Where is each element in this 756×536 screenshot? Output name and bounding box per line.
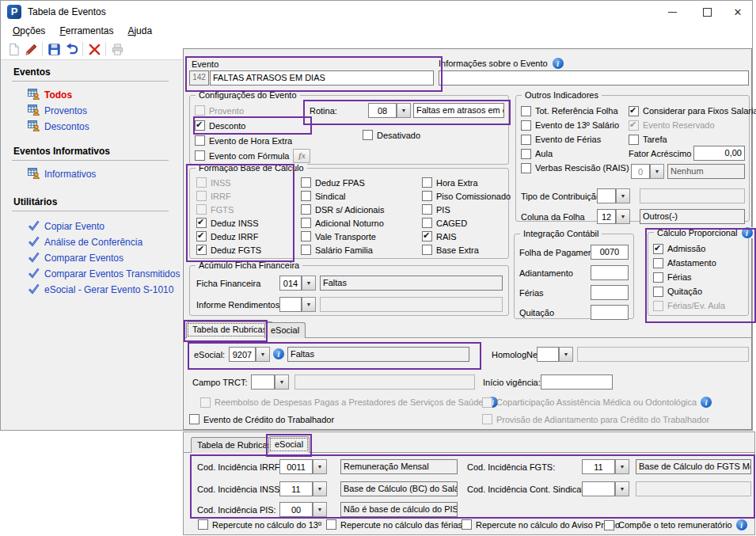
sidebar-item-comparar-eventos[interactable]: Comparar Eventos [28, 250, 180, 266]
checkbox-repercute-aviso-previo[interactable]: Repercute no cálculo do Aviso Prévio [462, 519, 620, 530]
checkbox-evento-13-salario[interactable]: Evento de 13º Salário [521, 118, 629, 132]
ficha-financeira-combo[interactable]: 014 [279, 276, 316, 291]
new-document-icon[interactable] [5, 41, 22, 57]
chevron-down-icon[interactable] [615, 459, 629, 474]
checkbox-repercute-calculo-ferias[interactable]: Repercute no cálculo das férias [326, 519, 462, 530]
folha-pagamento-field[interactable]: 0070 [591, 245, 629, 260]
tipo-contribuicao-combo[interactable] [597, 188, 630, 203]
rotina-combo-value[interactable]: 08 [368, 103, 397, 118]
minimize-button[interactable] [656, 1, 688, 23]
sidebar-item-proventos[interactable]: Proventos [28, 103, 89, 119]
chevron-down-icon[interactable] [313, 502, 327, 517]
checkbox-deduz-fgts[interactable]: Deduz FGTS [196, 243, 261, 257]
checkbox-salario-familia[interactable]: Salário Familia [301, 243, 384, 257]
checkbox-sindical[interactable]: Sindical [301, 189, 384, 203]
checkbox-adicional-noturno[interactable]: Adicional Noturno [301, 216, 384, 230]
cod-incidencia-pis-combo[interactable]: 00 [279, 502, 327, 517]
checkbox-deduz-inss[interactable]: Deduz INSS [196, 216, 261, 230]
sidebar-item-todos[interactable]: Todos [28, 87, 89, 103]
chevron-down-icon[interactable] [302, 276, 316, 291]
tab-tabela-de-rubricas-2[interactable]: Tabela de Rubricas [191, 437, 278, 453]
campo-trct-combo[interactable] [251, 374, 289, 390]
checkbox-evento-credito-trabalhador[interactable]: Evento de Crédito do Trabalhador [189, 414, 334, 424]
cod-incidencia-irrf-combo[interactable]: 0011 [279, 459, 327, 474]
inicio-vigencia-field[interactable] [541, 374, 613, 390]
campo-trct-value[interactable] [251, 374, 275, 390]
sidebar-item-esocial-gerar-evento-s-1010[interactable]: eSocial - Gerar Evento S-1010 [28, 282, 180, 298]
chevron-down-icon[interactable] [616, 209, 630, 224]
evento-name-field[interactable]: FALTAS ATRASOS EM DIAS [210, 70, 434, 86]
chevron-down-icon[interactable] [313, 459, 327, 474]
checkbox-dsr-adicionais[interactable]: DSR s/ Adicionais [301, 203, 384, 216]
chevron-down-icon[interactable] [313, 481, 327, 496]
esocial-rubrica-combo[interactable]: 9207 [229, 347, 270, 362]
checkbox-caged[interactable]: CAGED [422, 216, 511, 230]
cod-incidencia-fgts-combo[interactable]: 11 [582, 459, 629, 474]
coluna-folha-combo[interactable]: 12 [597, 209, 630, 224]
menu-opcoes[interactable]: Opções [6, 23, 52, 39]
checkbox-deduz-fpas[interactable]: Deduz FPAS [301, 176, 384, 189]
checkbox-considerar-fixos-salariais[interactable]: Considerar para Fixos Salariais [629, 104, 756, 118]
checkbox-deduz-irrf[interactable]: Deduz IRRF [196, 230, 261, 243]
quitacao-field[interactable] [591, 305, 629, 320]
tab-tabela-de-rubricas[interactable]: Tabela de Rubricas [186, 321, 273, 338]
save-icon[interactable] [45, 41, 63, 57]
info-icon[interactable]: i [701, 397, 712, 408]
menu-ferramentas[interactable]: Ferramentas [52, 23, 120, 39]
informe-rendimentos-combo[interactable] [279, 297, 316, 312]
ferias-field[interactable] [591, 285, 629, 300]
info-icon[interactable]: i [273, 348, 284, 359]
checkbox-ferias-proporcional[interactable]: Férias [653, 270, 725, 284]
checkbox-pis[interactable]: PIS [422, 203, 511, 216]
cod-incidencia-pis-value[interactable]: 00 [279, 502, 313, 517]
delete-icon[interactable] [85, 41, 103, 57]
chevron-down-icon[interactable] [615, 481, 629, 496]
checkbox-admissao[interactable]: Admissão [653, 241, 725, 256]
checkbox-repercute-calculo-13[interactable]: Repercute no cálculo do 13º [198, 519, 321, 530]
checkbox-evento-com-formula[interactable]: Evento com Fórmulafx [195, 148, 310, 163]
checkbox-quitacao-proporcional[interactable]: Quitação [653, 284, 725, 298]
maximize-button[interactable] [691, 1, 723, 23]
cod-incidencia-irrf-value[interactable]: 0011 [279, 459, 313, 474]
info-icon[interactable]: i [736, 519, 747, 530]
chevron-down-icon[interactable] [275, 374, 289, 390]
checkbox-afastamento[interactable]: Afastamento [653, 256, 725, 270]
checkbox-evento-hora-extra[interactable]: Evento de Hora Extra [195, 133, 310, 148]
coluna-folha-value[interactable]: 12 [597, 209, 616, 224]
chevron-down-icon[interactable] [559, 347, 573, 362]
adiantamento-field[interactable] [591, 265, 629, 280]
checkbox-hora-extra[interactable]: Hora Extra [422, 176, 511, 189]
undo-icon[interactable] [63, 41, 80, 57]
homolognet-value[interactable] [537, 347, 559, 362]
checkbox-rais[interactable]: RAIS [422, 230, 511, 243]
cod-incidencia-fgts-value[interactable]: 11 [582, 459, 615, 474]
sidebar-item-comparar-eventos-transmitidos[interactable]: Comparar Eventos Transmitidos [28, 266, 180, 282]
menu-ajuda[interactable]: Ajuda [120, 23, 159, 39]
fator-acrescimo-field[interactable]: 0,00 [693, 146, 745, 161]
checkbox-tot-referencia-folha[interactable]: Tot. Referência Folha [521, 104, 629, 118]
checkbox-compoe-teto-remuneratorio[interactable]: Compõe o teto remuneratórioi [604, 519, 747, 530]
homolognet-combo[interactable] [537, 347, 573, 362]
formula-editor-button[interactable]: fx [293, 149, 310, 163]
tipo-contribuicao-value[interactable] [597, 188, 616, 203]
tab-esocial[interactable]: eSocial [264, 322, 306, 338]
sidebar-item-copiar-evento[interactable]: Copiar Evento [28, 219, 180, 234]
checkbox-verbas-rescisao-rais[interactable]: Verbas Rescisão (RAIS) [521, 161, 629, 175]
close-button[interactable]: ✕ [723, 1, 753, 23]
info-evento-input[interactable] [439, 70, 749, 86]
cod-incidencia-inss-value[interactable]: 11 [279, 481, 313, 496]
tab-esocial-2[interactable]: eSocial [268, 436, 310, 453]
chevron-down-icon[interactable] [397, 103, 411, 118]
info-icon[interactable]: i [742, 227, 753, 238]
informe-rendimentos-value[interactable] [279, 297, 302, 312]
checkbox-piso-comissionado[interactable]: Piso Comissionado [422, 189, 511, 203]
cod-incidencia-inss-combo[interactable]: 11 [279, 481, 327, 496]
edit-pencil-icon[interactable] [22, 41, 40, 57]
chevron-down-icon[interactable] [302, 297, 316, 312]
chevron-down-icon[interactable] [616, 188, 630, 203]
checkbox-base-extra[interactable]: Base Extra [422, 243, 511, 257]
ficha-financeira-value[interactable]: 014 [279, 276, 302, 291]
sidebar-item-analise-de-conferencia[interactable]: Análise de Conferência [28, 234, 180, 250]
cod-incidencia-sindical-combo[interactable] [582, 481, 629, 496]
info-icon[interactable]: i [553, 58, 564, 69]
